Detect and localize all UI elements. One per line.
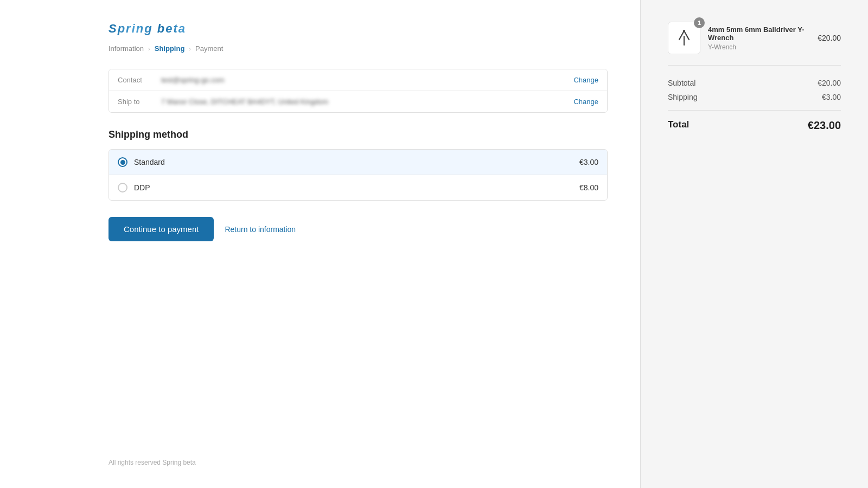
shipping-value: €3.00 — [822, 93, 841, 101]
subtotal-label: Subtotal — [668, 79, 695, 87]
item-image-wrapper: 1 — [668, 22, 700, 54]
shipping-options: Standard €3.00 DDP €8.00 — [108, 149, 608, 201]
total-row: Total €23.00 — [668, 110, 841, 132]
info-box: Contact test@spring-go.com Change Ship t… — [108, 69, 608, 113]
svg-line-0 — [679, 31, 684, 40]
ddp-price: €8.00 — [579, 183, 598, 192]
y-wrench-icon — [674, 28, 694, 48]
footer-text: All rights reserved Spring beta — [108, 426, 608, 466]
ship-to-row: Ship to 7 Manor Close, DITCHEAT BA4DYT, … — [109, 91, 607, 112]
left-panel: Spring beta Information › Shipping › Pay… — [0, 0, 640, 488]
shipping-option-standard[interactable]: Standard €3.00 — [109, 150, 607, 175]
breadcrumb-sep-2: › — [189, 46, 191, 52]
breadcrumb-information[interactable]: Information — [108, 44, 144, 53]
total-value: €23.00 — [808, 119, 841, 132]
shipping-label: Shipping — [668, 93, 698, 101]
ddp-label: DDP — [134, 183, 579, 192]
ship-to-value: 7 Manor Close, DITCHEAT BA4DYT, United K… — [161, 98, 573, 106]
store-logo: Spring beta — [108, 22, 608, 36]
right-panel: 1 4mm 5mm 6mm Balldriver Y-Wrench Y-Wren… — [640, 0, 868, 488]
shipping-method-title: Shipping method — [108, 129, 608, 140]
subtotal-value: €20.00 — [818, 79, 841, 87]
breadcrumb-payment: Payment — [195, 44, 223, 53]
contact-value: test@spring-go.com — [161, 76, 573, 84]
breadcrumb-shipping: Shipping — [155, 44, 185, 53]
item-name: 4mm 5mm 6mm Balldriver Y-Wrench — [708, 25, 810, 42]
actions: Continue to payment Return to informatio… — [108, 217, 608, 241]
svg-line-1 — [684, 31, 689, 40]
ship-to-change-link[interactable]: Change — [573, 98, 598, 106]
radio-standard[interactable] — [118, 157, 127, 167]
total-label: Total — [668, 119, 689, 132]
continue-to-payment-button[interactable]: Continue to payment — [108, 217, 214, 241]
standard-label: Standard — [134, 158, 579, 166]
return-to-information-link[interactable]: Return to information — [225, 225, 296, 234]
contact-change-link[interactable]: Change — [573, 76, 598, 84]
contact-row: Contact test@spring-go.com Change — [109, 69, 607, 91]
shipping-row: Shipping €3.00 — [668, 93, 841, 101]
item-quantity-badge: 1 — [694, 17, 705, 28]
contact-label: Contact — [118, 76, 161, 84]
ship-to-label: Ship to — [118, 98, 161, 106]
subtotal-row: Subtotal €20.00 — [668, 79, 841, 87]
item-price: €20.00 — [818, 34, 841, 42]
breadcrumb-sep-1: › — [148, 46, 150, 52]
shipping-option-ddp[interactable]: DDP €8.00 — [109, 175, 607, 200]
svg-point-3 — [683, 30, 685, 32]
item-details: 4mm 5mm 6mm Balldriver Y-Wrench Y-Wrench — [708, 25, 810, 51]
radio-ddp[interactable] — [118, 183, 127, 192]
order-item: 1 4mm 5mm 6mm Balldriver Y-Wrench Y-Wren… — [668, 22, 841, 66]
breadcrumb: Information › Shipping › Payment — [108, 44, 608, 53]
standard-price: €3.00 — [579, 158, 598, 166]
item-variant: Y-Wrench — [708, 43, 810, 51]
